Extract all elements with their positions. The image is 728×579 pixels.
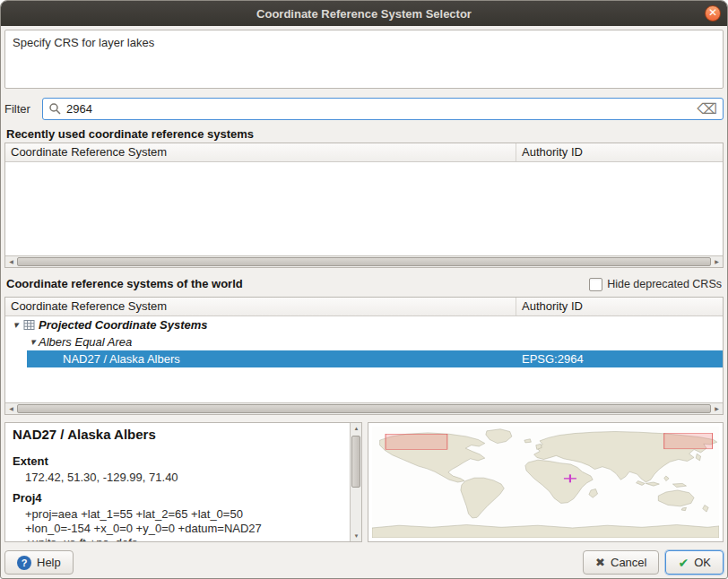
- column-header-crs[interactable]: Coordinate Reference System: [5, 143, 516, 161]
- message-text: Specify CRS for layer lakes: [13, 36, 154, 49]
- recent-crs-table: Coordinate Reference System Authority ID…: [4, 143, 724, 268]
- bottom-panels: NAD27 / Alaska Albers Extent 172.42, 51.…: [4, 422, 724, 542]
- column-header-authority[interactable]: Authority ID: [516, 298, 723, 315]
- world-heading: Coordinate reference systems of the worl…: [6, 277, 243, 292]
- recent-heading: Recently used coordinate reference syste…: [6, 127, 724, 143]
- crs-selector-dialog: Coordinate Reference System Selector ✕ S…: [0, 0, 728, 579]
- recent-table-header: Coordinate Reference System Authority ID: [5, 143, 723, 162]
- extent-label: Extent: [13, 454, 342, 468]
- scrollbar-handle[interactable]: [17, 257, 711, 266]
- crs-authority-cell: EPSG:2964: [516, 350, 723, 367]
- clear-filter-icon[interactable]: ⌫: [697, 100, 717, 118]
- help-icon: ?: [17, 556, 31, 570]
- extent-preview-map: [368, 422, 724, 542]
- filter-row: Filter ⌫: [4, 98, 724, 120]
- world-crs-tree: ▾ Projected Coordinate Systems ▾ Albers …: [5, 316, 723, 402]
- scroll-up-icon[interactable]: ▲: [351, 423, 362, 434]
- crs-name-cell: NAD27 / Alaska Albers: [5, 350, 516, 367]
- scrollbar-handle[interactable]: [17, 404, 711, 413]
- proj4-label: Proj4: [13, 491, 342, 505]
- column-header-authority[interactable]: Authority ID: [516, 143, 723, 161]
- world-heading-row: Coordinate reference systems of the worl…: [4, 275, 724, 293]
- proj4-line: +units=us-ft +no_defs: [13, 536, 342, 541]
- details-vertical-scrollbar[interactable]: ▲ ▼: [350, 423, 361, 541]
- crs-details-title: NAD27 / Alaska Albers: [13, 427, 342, 442]
- proj4-line: +lon_0=-154 +x_0=0 +y_0=0 +datum=NAD27: [13, 522, 342, 535]
- proj4-line: +proj=aea +lat_1=55 +lat_2=65 +lat_0=50: [13, 507, 342, 521]
- filter-label: Filter: [4, 102, 42, 116]
- dialog-button-row: ? Help ✖ Cancel ✔ OK: [4, 550, 724, 575]
- ok-button[interactable]: ✔ OK: [665, 550, 724, 575]
- column-header-crs[interactable]: Coordinate Reference System: [5, 298, 516, 315]
- filter-field[interactable]: ⌫: [42, 98, 724, 120]
- world-table-header: Coordinate Reference System Authority ID: [5, 298, 723, 316]
- close-icon[interactable]: ✕: [705, 5, 721, 22]
- scrollbar-handle[interactable]: [351, 436, 360, 488]
- world-crs-table: Coordinate Reference System Authority ID…: [4, 297, 724, 415]
- scroll-down-icon[interactable]: ▼: [351, 531, 362, 541]
- recent-crs-list: [5, 162, 723, 255]
- tree-group-label: Projected Coordinate Systems: [39, 318, 208, 332]
- scroll-right-icon[interactable]: ▶: [711, 256, 723, 267]
- scroll-right-icon[interactable]: ▶: [711, 403, 723, 414]
- grid-icon: [23, 319, 35, 331]
- tree-item-nad27-alaska-albers[interactable]: NAD27 / Alaska Albers EPSG:2964: [5, 350, 723, 367]
- window-title: Coordinate Reference System Selector: [256, 7, 472, 21]
- recent-horizontal-scrollbar[interactable]: ◀ ▶: [5, 255, 723, 267]
- cancel-button[interactable]: ✖ Cancel: [583, 550, 659, 575]
- scroll-left-icon[interactable]: ◀: [5, 403, 17, 414]
- hide-deprecated-label: Hide deprecated CRSs: [607, 278, 722, 290]
- hide-deprecated-checkbox[interactable]: Hide deprecated CRSs: [589, 278, 722, 291]
- extent-value: 172.42, 51.30, -129.99, 71.40: [13, 471, 342, 484]
- collapse-arrow-icon[interactable]: ▾: [10, 319, 22, 331]
- help-button[interactable]: ? Help: [4, 550, 74, 575]
- message-box: Specify CRS for layer lakes: [4, 30, 724, 89]
- tree-subgroup-label: Albers Equal Area: [39, 335, 132, 349]
- titlebar[interactable]: Coordinate Reference System Selector ✕: [1, 1, 727, 26]
- dialog-body: Specify CRS for layer lakes Filter ⌫ Rec…: [1, 26, 727, 578]
- crs-details-panel: NAD27 / Alaska Albers Extent 172.42, 51.…: [4, 422, 362, 542]
- cancel-x-icon: ✖: [595, 556, 605, 569]
- tree-group-projected-coordinate-systems[interactable]: ▾ Projected Coordinate Systems: [5, 316, 723, 333]
- scroll-left-icon[interactable]: ◀: [5, 256, 17, 267]
- search-icon: [48, 102, 62, 119]
- world-map: [372, 427, 719, 538]
- tree-subgroup-albers-equal-area[interactable]: ▾ Albers Equal Area: [5, 333, 723, 350]
- collapse-arrow-icon[interactable]: ▾: [27, 336, 39, 348]
- checkbox-box[interactable]: [589, 278, 602, 291]
- ok-check-icon: ✔: [678, 556, 689, 570]
- filter-input[interactable]: [66, 102, 699, 116]
- world-horizontal-scrollbar[interactable]: ◀ ▶: [5, 402, 723, 414]
